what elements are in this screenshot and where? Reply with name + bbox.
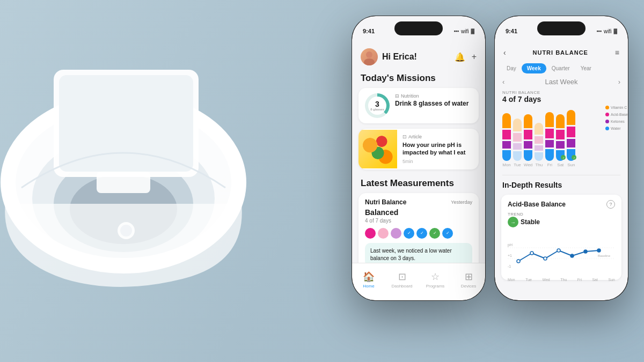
nutri-balance-section: NUTRI BALANCE 4 of 7 days xyxy=(495,88,628,106)
status-icons-2: ▪▪▪ wifi ▓ xyxy=(596,28,617,34)
back-button[interactable]: ‹ xyxy=(503,48,506,57)
nav-dashboard-label: Dashboard xyxy=(391,284,412,289)
legend-vitamin-c: Vitamin C xyxy=(605,106,628,109)
result-card[interactable]: Acid-Base Balance ? TREND → Stable xyxy=(501,195,621,280)
chart-label-wed: Wed xyxy=(524,162,532,167)
plus-icon[interactable]: + xyxy=(472,52,477,62)
svg-point-11 xyxy=(364,58,375,65)
legend-dot-acid-base xyxy=(605,113,609,116)
tab-quarter[interactable]: Quarter xyxy=(546,63,575,73)
dot-7: ✓ xyxy=(442,228,453,239)
chart-col-mon: Mon xyxy=(502,113,511,167)
status-time-1: 9:41 xyxy=(363,28,375,34)
phone-2: 9:41 ▪▪▪ wifi ▓ ‹ NUTRI BALANCE ≡ Day We… xyxy=(495,16,628,300)
app-header-1: Hi Erica! 🔔 + xyxy=(352,44,485,70)
mission-number: 3 xyxy=(375,100,379,108)
chart-label-mon: Mon xyxy=(502,162,511,167)
signal-icon-2: ▪▪▪ xyxy=(596,28,602,34)
tab-year[interactable]: Year xyxy=(575,63,597,73)
legend-dot-vitamin-c xyxy=(605,106,609,109)
phone-1: 9:41 ▪▪▪ wifi ▓ xyxy=(352,16,485,300)
stable-icon: → xyxy=(508,217,518,227)
mission-card[interactable]: 3 8 glasses ⊟ Nutrition Drink 8 glasses … xyxy=(358,88,479,123)
chart-label-sat: Sat xyxy=(557,162,564,167)
mission-title: Drink 8 glasses of water xyxy=(395,100,472,108)
axis-wed: Wed xyxy=(542,278,550,282)
nav-dashboard[interactable]: ⊡ Dashboard xyxy=(385,271,419,289)
battery-icon-1: ▓ xyxy=(471,28,474,34)
result-card-header: Acid-Base Balance ? xyxy=(508,200,615,209)
dynamic-island-1 xyxy=(394,21,443,35)
greeting-text: Hi Erica! xyxy=(382,52,417,62)
missions-section-title: Today's Missions xyxy=(352,70,485,88)
chart-col-wed: Wed xyxy=(524,114,532,167)
nav-home[interactable]: 🏠 Home xyxy=(352,271,385,289)
line-chart: pH +1 Baseline xyxy=(508,232,615,275)
axis-mon: Mon xyxy=(508,278,515,282)
wifi-icon-1: wifi xyxy=(461,28,469,34)
dot-3 xyxy=(391,228,401,239)
nav-devices-label: Devices xyxy=(461,284,476,289)
header-actions: 🔔 + xyxy=(455,52,477,62)
axis-tue: Tue xyxy=(525,278,532,282)
tab-week[interactable]: Week xyxy=(522,63,546,73)
signal-icon-1: ▪▪▪ xyxy=(453,28,459,34)
measurements-card-title: Nutri Balance xyxy=(365,198,406,206)
tab-day[interactable]: Day xyxy=(501,63,522,73)
measurements-count: 4 of 7 days xyxy=(365,218,472,224)
result-trend-value: → Stable xyxy=(508,217,615,227)
svg-rect-9 xyxy=(97,172,150,193)
nutrition-icon: ⊟ xyxy=(395,93,399,99)
help-icon[interactable]: ? xyxy=(606,200,615,209)
legend-ketones: Ketones xyxy=(605,120,628,123)
article-time: 5min xyxy=(402,159,473,164)
measurements-header: Nutri Balance Yesterday xyxy=(365,198,472,206)
nutri-header: ‹ NUTRI BALANCE ≡ xyxy=(495,44,628,61)
chart-label-thu: Thu xyxy=(535,162,543,167)
chart-col-fri: Fri xyxy=(545,112,554,167)
wifi-icon-2: wifi xyxy=(604,28,611,34)
menu-button[interactable]: ≡ xyxy=(615,48,619,57)
article-title: How your urine pH is impacted by what I … xyxy=(402,141,473,157)
legend-acid-base: Acid-Base xyxy=(605,113,628,116)
nutri-balance-value: 4 of 7 days xyxy=(502,95,620,104)
nutri-title: NUTRI BALANCE xyxy=(533,49,588,56)
phone-1-content: Hi Erica! 🔔 + Today's Missions 3 8 glass… xyxy=(352,44,485,300)
notification-text: Last week, we noticed a low water balanc… xyxy=(370,248,452,261)
chart-area: Mon Tue xyxy=(495,106,628,172)
svg-text:Baseline: Baseline xyxy=(598,254,611,257)
legend-label-acid-base: Acid-Base xyxy=(611,113,628,116)
chart-label-sun: Sun xyxy=(567,162,575,167)
period-tabs: Day Week Quarter Year xyxy=(495,61,628,76)
phone-1-screen: 9:41 ▪▪▪ wifi ▓ xyxy=(352,16,485,300)
dot-row: ✓ ✓ ✓ ✓ xyxy=(365,228,472,239)
article-card[interactable]: ⊡ Article How your urine pH is impacted … xyxy=(358,129,479,169)
week-prev[interactable]: ‹ xyxy=(502,78,504,86)
svg-point-23 xyxy=(597,249,601,252)
week-label: Last Week xyxy=(545,78,577,86)
article-image xyxy=(358,130,397,168)
chart-label-tue: Tue xyxy=(514,162,521,167)
measurements-card[interactable]: Nutri Balance Yesterday Balanced 4 of 7 … xyxy=(358,193,479,272)
svg-rect-6 xyxy=(59,75,193,172)
article-content: ⊡ Article How your urine pH is impacted … xyxy=(402,129,479,169)
svg-point-22 xyxy=(584,250,587,253)
nav-programs[interactable]: ☆ Programs xyxy=(419,271,452,289)
svg-point-21 xyxy=(570,254,574,257)
week-next[interactable]: › xyxy=(618,78,620,86)
measurements-status: Balanced xyxy=(365,208,472,217)
status-icons-1: ▪▪▪ wifi ▓ xyxy=(453,28,474,34)
nav-devices[interactable]: ⊞ Devices xyxy=(452,271,485,289)
mission-info: ⊟ Nutrition Drink 8 glasses of water xyxy=(395,93,472,108)
phone-2-content: ‹ NUTRI BALANCE ≡ Day Week Quarter Year … xyxy=(495,44,628,300)
trend-text: Stable xyxy=(521,218,540,226)
svg-point-18 xyxy=(530,252,533,255)
week-nav: ‹ Last Week › xyxy=(495,76,628,88)
dot-4: ✓ xyxy=(404,228,414,239)
legend-label-water: Water xyxy=(611,127,620,130)
mission-progress-circle: 3 8 glasses xyxy=(365,93,390,118)
bell-icon[interactable]: 🔔 xyxy=(455,52,465,62)
legend-label-vitamin-c: Vitamin C xyxy=(611,106,627,109)
dynamic-island-2 xyxy=(537,21,586,35)
result-card-title: Acid-Base Balance xyxy=(508,201,566,208)
